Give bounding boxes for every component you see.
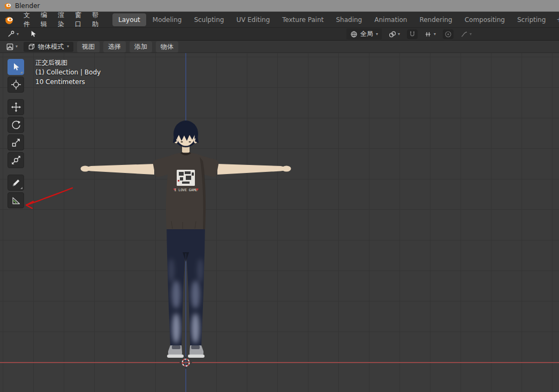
tool-annotate[interactable] (7, 175, 24, 191)
scale-label: 10 Centimeters (35, 77, 101, 87)
svg-text:♥: ♥ (195, 187, 198, 191)
top-menu-bar: 文件 编辑 渲染 窗口 帮助 Layout Modeling Sculpting… (0, 12, 559, 28)
transform-orientation-dropdown[interactable]: 全局 ▾ (346, 28, 382, 40)
viewport-overlay-text: 正交后视图 (1) Collection | Body 10 Centimete… (35, 58, 101, 87)
tab-uv-editing[interactable]: UV Editing (230, 13, 276, 26)
rotate-tool-icon (11, 119, 21, 130)
tab-texture-paint[interactable]: Texture Paint (276, 13, 329, 26)
blender-menu-logo-icon[interactable] (4, 15, 14, 25)
tool-rotate[interactable] (7, 117, 24, 133)
orientation-label: 全局 (360, 29, 373, 39)
blender-logo-icon (4, 2, 12, 10)
tool-cursor[interactable] (7, 77, 24, 93)
chevron-down-icon: ▾ (376, 32, 378, 36)
proportional-editing-toggle[interactable] (443, 29, 454, 39)
character-jeans (167, 224, 205, 347)
tool-move[interactable] (7, 99, 24, 115)
chevron-down-icon: ▾ (16, 44, 18, 49)
falloff-curve-icon (460, 31, 468, 38)
chevron-down-icon: ▾ (17, 32, 19, 36)
viewport-editor-type-button[interactable]: ▾ (4, 42, 20, 52)
object-mode-icon (28, 43, 35, 50)
viewport-3d[interactable]: ♥ I LOVE GAME ♥ (0, 53, 559, 392)
menu-add[interactable]: 添加 (130, 41, 152, 52)
snap-increment-icon (425, 31, 432, 38)
tool-measure[interactable] (7, 192, 24, 208)
magnet-icon (409, 31, 416, 38)
transform-tool-icon (11, 155, 21, 165)
chevron-down-icon: ▾ (434, 32, 436, 36)
mode-label: 物体模式 (38, 42, 64, 51)
view-name-label: 正交后视图 (35, 58, 101, 67)
tab-sculpting[interactable]: Sculpting (188, 13, 230, 26)
tool-settings-bar: ▾ 全局 ▾ ▾ (0, 28, 559, 41)
mode-dropdown[interactable]: 物体模式 ▾ (24, 42, 73, 52)
viewport-header: ▾ 物体模式 ▾ 视图 选择 添加 物体 (0, 41, 559, 53)
menu-object[interactable]: 物体 (156, 41, 178, 52)
menu-select[interactable]: 选择 (103, 41, 126, 52)
proportional-falloff-dropdown[interactable]: ▾ (458, 29, 474, 39)
tab-rendering[interactable]: Rendering (413, 13, 458, 26)
viewport-editor-icon (6, 43, 14, 51)
snap-toggle-button[interactable] (407, 29, 418, 39)
chevron-down-icon: ▾ (398, 32, 400, 36)
workspace-tabs: Layout Modeling Sculpting UV Editing Tex… (112, 13, 559, 26)
chevron-down-icon: ▾ (470, 32, 472, 36)
tab-compositing[interactable]: Compositing (459, 13, 511, 26)
blender-window: Blender 文件 编辑 渲染 窗口 帮助 Layout Modeling S… (0, 0, 559, 392)
tool-transform[interactable] (7, 152, 24, 168)
svg-text:I LOVE GAME: I LOVE GAME (174, 188, 197, 192)
select-cursor-icon (11, 62, 21, 72)
annotation-arrow (19, 184, 79, 217)
pivot-point-dropdown[interactable]: ▾ (387, 29, 402, 39)
tab-animation[interactable]: Animation (368, 13, 413, 26)
cursor-3d-marker (179, 356, 192, 369)
tab-layout[interactable]: Layout (112, 13, 146, 26)
tshirt-print: ♥ I LOVE GAME ♥ (173, 170, 198, 192)
tab-modeling[interactable]: Modeling (147, 13, 188, 26)
add-workspace-button[interactable]: + (552, 13, 559, 26)
collection-label: (1) Collection | Body (35, 67, 101, 77)
orientation-globe-icon (350, 31, 358, 38)
move-tool-icon (11, 102, 21, 112)
toolbar (7, 59, 24, 210)
character-head (173, 120, 199, 147)
chevron-down-icon: ▾ (67, 44, 69, 49)
cursor-tool-icon (11, 79, 21, 90)
snap-settings-dropdown[interactable]: ▾ (422, 29, 438, 39)
editor-type-dropdown[interactable]: ▾ (5, 29, 21, 39)
annotate-pencil-icon (11, 177, 21, 188)
pivot-point-icon (389, 31, 396, 38)
active-tool-cursor-icon (29, 30, 37, 38)
tool-scale[interactable] (7, 134, 24, 150)
tab-shading[interactable]: Shading (330, 13, 368, 26)
tab-scripting[interactable]: Scripting (511, 13, 552, 26)
scale-tool-icon (11, 137, 21, 148)
tool-tweak-select[interactable] (7, 59, 24, 75)
character-model[interactable]: ♥ I LOVE GAME ♥ (75, 110, 300, 367)
measure-tool-icon (11, 195, 21, 206)
tool-settings-icon (7, 30, 15, 38)
character-tshirt: ♥ I LOVE GAME ♥ (153, 152, 219, 229)
menu-view[interactable]: 视图 (77, 41, 100, 52)
proportional-editing-icon (444, 31, 452, 38)
